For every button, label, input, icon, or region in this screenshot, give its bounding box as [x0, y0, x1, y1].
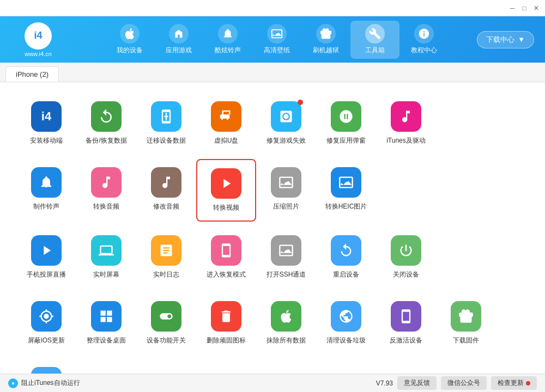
make-ringtone-icon [31, 167, 62, 198]
nav-jailbreak-icon [316, 24, 336, 44]
tool-fix-popup[interactable]: 修复应用弹窗 [316, 93, 376, 154]
fix-popup-icon [331, 101, 361, 132]
check-update-button[interactable]: 检查更新 [491, 376, 537, 390]
tool-backup-restore[interactable]: 备份/恢复数据 [76, 93, 136, 154]
migrate-data-label: 迁移设备数据 [147, 136, 186, 145]
nav-tutorial-icon [414, 24, 434, 44]
tool-convert-video[interactable]: 转换视频 [196, 159, 256, 222]
maximize-button[interactable]: □ [520, 4, 529, 13]
feedback-button[interactable]: 意见反馈 [397, 376, 437, 390]
virtual-udisk-label: 虚拟U盘 [214, 136, 239, 145]
tool-real-log[interactable]: 实时日志 [136, 227, 196, 287]
tool-edit-audio[interactable]: 修改音频 [136, 159, 196, 222]
tool-deactivate[interactable]: 反激活设备 [376, 293, 436, 353]
install-app-label: 安装移动端 [30, 136, 63, 145]
tool-download-firmware[interactable]: 下载固件 [436, 293, 496, 353]
tool-delete-stubborn[interactable]: 删除顽固图标 [196, 293, 256, 353]
main-content: i4 安装移动端 备份/恢复数据 迁移设备数据 虚拟U盘 [0, 82, 545, 373]
tool-row-2: 制作铃声 转换音频 修改音频 转换视频 压缩照片 [16, 159, 529, 222]
nav-toolbox-icon [365, 24, 385, 44]
nav-app-game-label: 应用游戏 [166, 46, 192, 55]
nav-ringtone-label: 酷炫铃声 [215, 46, 241, 55]
iphone-tab[interactable]: iPhone (2) [5, 66, 59, 82]
download-icon: ▼ [518, 35, 525, 44]
shutdown-label: 关闭设备 [393, 270, 419, 279]
nav-tutorial[interactable]: 教程中心 [399, 21, 449, 59]
download-label: 下载中心 [486, 35, 514, 45]
organize-desktop-label: 整理设备桌面 [87, 336, 126, 345]
convert-heic-label: 转换HEIC图片 [325, 202, 367, 211]
tool-convert-heic[interactable]: 转换HEIC图片 [316, 159, 376, 222]
logo-url: www.i4.cn [25, 51, 52, 57]
tool-access-limit[interactable]: 访问限制 [16, 359, 76, 373]
wechat-button[interactable]: 微信公众号 [441, 376, 487, 390]
tool-virtual-udisk[interactable]: 虚拟U盘 [196, 93, 256, 154]
recovery-mode-icon [211, 235, 241, 266]
shutdown-icon [391, 235, 421, 266]
close-button[interactable]: ✕ [532, 4, 541, 13]
nav-jailbreak-label: 刷机越狱 [313, 46, 339, 55]
tool-block-ios-update[interactable]: 屏蔽iOS更新 [16, 293, 76, 353]
compress-photo-icon [271, 167, 301, 198]
backup-restore-label: 备份/恢复数据 [86, 136, 126, 145]
tool-open-ssh[interactable]: 打开SSH通道 [256, 227, 316, 287]
update-dot-badge [526, 381, 530, 385]
nav-ringtone[interactable]: 酷炫铃声 [203, 21, 252, 59]
tool-device-features[interactable]: 设备功能开关 [136, 293, 196, 353]
device-features-label: 设备功能开关 [147, 336, 186, 345]
nav-wallpaper[interactable]: 高清壁纸 [252, 21, 301, 59]
tool-convert-audio[interactable]: 转换音频 [76, 159, 136, 222]
nav-wallpaper-label: 高清壁纸 [264, 46, 290, 55]
tool-shutdown[interactable]: 关闭设备 [376, 227, 436, 287]
tool-organize-desktop[interactable]: 整理设备桌面 [76, 293, 136, 353]
tool-itunes-driver[interactable]: iTunes及驱动 [376, 93, 436, 154]
download-firmware-label: 下载固件 [453, 336, 479, 345]
tool-wipe-data[interactable]: 抹除所有数据 [256, 293, 316, 353]
fix-game-label: 修复游戏失效 [267, 136, 306, 145]
tool-clean-junk[interactable]: 清理设备垃圾 [316, 293, 376, 353]
itunes-driver-label: iTunes及驱动 [386, 136, 426, 145]
tool-install-app[interactable]: i4 安装移动端 [16, 93, 76, 154]
fix-game-icon [271, 101, 301, 132]
itunes-status-text: 阻止iTunes自动运行 [21, 378, 80, 388]
download-center-button[interactable]: 下载中心 ▼ [477, 31, 534, 48]
statusbar-right: V7.93 意见反馈 微信公众号 检查更新 [376, 376, 537, 390]
make-ringtone-label: 制作铃声 [33, 202, 59, 211]
tool-row-5: 访问限制 [16, 359, 529, 373]
tool-screen-mirror[interactable]: 手机投屏直播 [16, 227, 76, 287]
deactivate-label: 反激活设备 [390, 336, 422, 345]
organize-desktop-icon [91, 301, 122, 332]
reboot-icon [331, 235, 361, 266]
itunes-status-icon: ● [8, 378, 18, 388]
nav-jailbreak[interactable]: 刷机越狱 [301, 21, 350, 59]
nav-my-device-icon [120, 24, 140, 44]
nav-tutorial-label: 教程中心 [411, 46, 437, 55]
tool-real-screen[interactable]: 实时屏幕 [76, 227, 136, 287]
tool-migrate-data[interactable]: 迁移设备数据 [136, 93, 196, 154]
itunes-driver-icon [391, 101, 421, 132]
tabbar: iPhone (2) [0, 63, 545, 82]
tool-fix-game[interactable]: 修复游戏失效 [256, 93, 316, 154]
tool-recovery-mode[interactable]: 进入恢复模式 [196, 227, 256, 287]
tool-compress-photo[interactable]: 压缩照片 [256, 159, 316, 222]
clean-junk-icon [331, 301, 361, 332]
tool-reboot[interactable]: 重启设备 [316, 227, 376, 287]
nav-my-device[interactable]: 我的设备 [105, 21, 154, 59]
minimize-button[interactable]: ─ [508, 4, 517, 13]
logo-icon: i4 [25, 22, 52, 50]
nav-toolbox[interactable]: 工具箱 [350, 21, 399, 59]
real-log-icon [151, 235, 181, 266]
wipe-data-icon [271, 301, 301, 332]
screen-mirror-icon [31, 235, 62, 266]
nav-app-game[interactable]: 应用游戏 [154, 21, 203, 59]
reboot-label: 重启设备 [333, 270, 359, 279]
fix-popup-label: 修复应用弹窗 [326, 136, 366, 145]
block-ios-update-icon [31, 301, 62, 332]
fix-game-badge [298, 100, 303, 105]
download-firmware-icon [451, 301, 481, 332]
deactivate-icon [391, 301, 421, 332]
tool-make-ringtone[interactable]: 制作铃声 [16, 159, 76, 222]
tool-row-4: 屏蔽iOS更新 整理设备桌面 设备功能开关 删除顽固图标 [16, 293, 529, 353]
convert-audio-icon [91, 167, 122, 198]
delete-stubborn-label: 删除顽固图标 [207, 336, 246, 345]
